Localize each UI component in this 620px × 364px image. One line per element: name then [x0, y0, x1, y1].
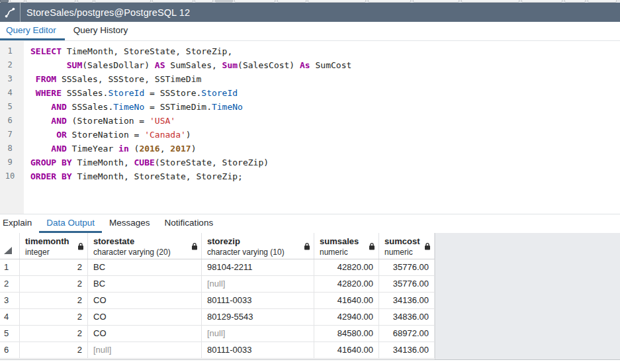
data-output-table: timemonth integer storestate character v…	[0, 233, 435, 359]
sql-code-line: AND SSSales.TimeNo = SSTimeDim.TimeNo	[30, 100, 351, 114]
cell-sumsales[interactable]: 84580.00	[314, 326, 379, 341]
toolbar-button-partial[interactable]	[26, 0, 75, 3]
cell-timemonth[interactable]: 2	[20, 276, 88, 292]
tab-query-editor[interactable]: Query Editor	[0, 22, 65, 40]
toolbar-button-partial[interactable]	[10, 0, 24, 3]
tab-explain[interactable]: Explain	[0, 214, 39, 233]
tab-data-output[interactable]: Data Output	[39, 214, 102, 233]
cell-timemonth[interactable]: 2	[20, 259, 88, 275]
lock-icon	[304, 242, 310, 250]
toolbar-button-partial[interactable]	[152, 0, 193, 3]
row-number[interactable]: 2	[0, 276, 20, 292]
cell-sumsales[interactable]: 42820.00	[314, 276, 379, 292]
connection-header: StoreSales/postgres@PostgreSQL 12	[0, 3, 620, 22]
line-number: 7	[0, 128, 20, 142]
toolbar-button-partial[interactable]	[368, 0, 411, 3]
lock-icon	[77, 242, 84, 250]
line-number-gutter: 12345678910	[0, 41, 24, 214]
toolbar-button-partial[interactable]	[461, 0, 519, 3]
cell-storestate[interactable]: [null]	[88, 342, 202, 358]
line-number: 3	[0, 72, 20, 86]
cell-storezip[interactable]: 80111-0033	[202, 293, 314, 308]
sql-code-line: OR StoreNation = 'Canada')	[30, 128, 351, 142]
cell-storestate[interactable]: CO	[88, 309, 202, 325]
cell-timemonth[interactable]: 2	[20, 326, 88, 341]
cell-storestate[interactable]: BC	[88, 259, 202, 275]
table-row[interactable]: 52CO[null]84580.0068972.00	[0, 326, 435, 342]
toolbar-button-partial[interactable]	[215, 0, 233, 3]
cell-sumcost[interactable]: 34136.00	[379, 293, 435, 308]
sql-editor[interactable]: 12345678910 SELECT TimeMonth, StoreState…	[0, 41, 620, 214]
cell-timemonth[interactable]: 2	[20, 309, 88, 325]
table-row[interactable]: 42CO80129-554342940.0034836.00	[0, 309, 435, 326]
column-header-sumsales[interactable]: sumsales numeric	[314, 233, 379, 259]
cell-storezip[interactable]: 98104-2211	[202, 259, 314, 275]
row-number[interactable]: 4	[0, 309, 20, 325]
column-name: sumcost	[384, 236, 422, 246]
cell-storezip[interactable]: [null]	[202, 326, 314, 341]
toolbar-button-partial[interactable]	[234, 0, 275, 3]
row-number[interactable]: 3	[0, 293, 20, 308]
tab-notifications[interactable]: Notifications	[157, 214, 221, 233]
row-number[interactable]: 6	[0, 342, 20, 358]
table-row[interactable]: 62[null]80111-003341640.0034136.00	[0, 342, 435, 359]
toolbar-sliver	[0, 0, 620, 3]
cell-timemonth[interactable]: 2	[20, 293, 88, 308]
line-number: 5	[0, 100, 20, 114]
cell-sumcost[interactable]: 35776.00	[379, 276, 435, 292]
toolbar-button-partial[interactable]	[413, 0, 459, 3]
table-row[interactable]: 12BC98104-221142820.0035776.00	[0, 259, 435, 276]
row-number[interactable]: 1	[0, 259, 20, 275]
column-name: sumsales	[320, 236, 367, 246]
column-header-storezip[interactable]: storezip character varying (10)	[202, 233, 314, 259]
cell-sumcost[interactable]: 35776.00	[379, 259, 435, 275]
toolbar-button-partial[interactable]	[564, 0, 586, 3]
cell-storezip[interactable]: 80111-0033	[202, 342, 314, 358]
cell-storezip[interactable]: 80129-5543	[202, 309, 314, 325]
cell-sumsales[interactable]: 42820.00	[314, 259, 379, 275]
toolbar-button-partial[interactable]	[195, 0, 213, 3]
line-number: 4	[0, 86, 20, 100]
column-header-storestate[interactable]: storestate character varying (20)	[88, 233, 202, 259]
toolbar-button-partial[interactable]	[277, 0, 306, 3]
lock-icon	[191, 242, 198, 250]
column-type: integer	[25, 248, 75, 257]
lock-icon	[369, 242, 375, 250]
cell-sumcost[interactable]: 34836.00	[379, 309, 435, 325]
table-row[interactable]: 32CO80111-003341640.0034136.00	[0, 293, 435, 309]
column-type: numeric	[384, 248, 422, 257]
cell-sumcost[interactable]: 34136.00	[379, 342, 435, 358]
column-type: character varying (20)	[93, 248, 189, 257]
toolbar-button-partial[interactable]	[588, 0, 617, 3]
line-number: 8	[0, 142, 20, 156]
tab-messages[interactable]: Messages	[102, 214, 157, 233]
toolbar-button-partial[interactable]	[95, 0, 151, 3]
result-tab-bar: Explain Data Output Messages Notificatio…	[0, 214, 620, 233]
cell-storestate[interactable]: BC	[88, 276, 202, 292]
line-number: 6	[0, 114, 20, 128]
cell-sumcost[interactable]: 68972.00	[379, 326, 435, 341]
data-output-grid: timemonth integer storestate character v…	[0, 233, 620, 360]
column-name: storezip	[207, 236, 302, 246]
cell-sumsales[interactable]: 41640.00	[314, 342, 379, 358]
cell-sumsales[interactable]: 41640.00	[314, 293, 379, 308]
select-all-corner[interactable]	[0, 233, 20, 259]
tab-query-history[interactable]: Query History	[65, 22, 137, 40]
cell-storestate[interactable]: CO	[88, 293, 202, 308]
cell-storestate[interactable]: CO	[88, 326, 202, 341]
row-number[interactable]: 5	[0, 326, 20, 341]
table-row[interactable]: 22BC[null]42820.0035776.00	[0, 276, 435, 293]
toolbar-button-partial[interactable]	[77, 0, 93, 3]
toolbar-button-partial[interactable]	[0, 0, 9, 3]
toolbar-button-partial[interactable]	[521, 0, 562, 3]
column-header-timemonth[interactable]: timemonth integer	[20, 233, 88, 259]
sql-code[interactable]: SELECT TimeMonth, StoreState, StoreZip, …	[30, 44, 351, 183]
line-number: 2	[0, 58, 20, 72]
column-name: timemonth	[25, 236, 75, 246]
cell-timemonth[interactable]: 2	[20, 342, 88, 358]
toolbar-button-partial[interactable]	[308, 0, 366, 3]
sql-code-line: AND (StoreNation = 'USA'	[30, 114, 351, 128]
column-header-sumcost[interactable]: sumcost numeric	[379, 233, 435, 259]
cell-sumsales[interactable]: 42940.00	[314, 309, 379, 325]
cell-storezip[interactable]: [null]	[202, 276, 314, 292]
